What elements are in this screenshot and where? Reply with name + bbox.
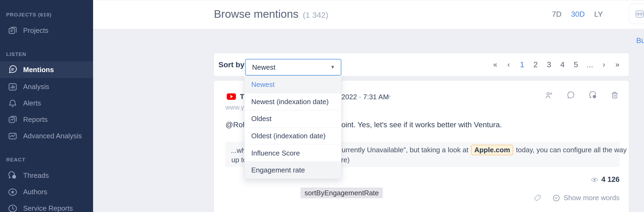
mention-tag-chip[interactable]: sortByEngagementRate — [300, 188, 383, 198]
sidebar-section-listen: LISTEN — [6, 51, 26, 57]
sort-select[interactable]: Newest ▼ — [245, 59, 341, 76]
truncated-top-right-link[interactable]: Bu — [636, 36, 644, 45]
chevron-circle-icon — [552, 194, 560, 202]
sidebar-item-threads[interactable]: Threads — [0, 167, 93, 184]
sort-option-oldest-indexation[interactable]: Oldest (indexation date) — [245, 127, 341, 144]
quote-line1-fragment-left: ...wh — [231, 146, 246, 155]
sidebar-item-advanced-analysis[interactable]: Advanced Analysis — [0, 128, 93, 144]
pagination-page-3[interactable]: 3 — [546, 60, 552, 69]
pagination-page-2[interactable]: 2 — [533, 60, 538, 69]
sidebar-item-label: Projects — [23, 26, 48, 35]
sidebar-section-projects: PROJECTS (610) — [6, 12, 52, 18]
sidebar-item-authors[interactable]: Authors — [0, 184, 93, 200]
mention-footer-actions: Show more words — [533, 194, 620, 202]
service-reports-icon — [7, 203, 18, 212]
pagination-ellipsis: ... — [587, 60, 593, 69]
sidebar-item-alerts[interactable]: Alerts — [0, 95, 93, 111]
tag-icon[interactable] — [533, 194, 542, 202]
authors-icon — [7, 187, 18, 197]
calendar-icon — [634, 8, 644, 20]
sidebar-item-label: Threads — [23, 171, 49, 180]
chevron-down-icon: ▼ — [330, 65, 335, 70]
mentions-count: (1 342) — [303, 10, 328, 20]
mention-date: 2022 · 7:31 AM — [341, 93, 389, 101]
app-window: PROJECTS (610) Projects LISTEN Mentions … — [0, 0, 644, 212]
quote-line1-fragment-right: urrently Unavailable”, but taking a look… — [342, 145, 627, 155]
range-ly-button[interactable]: LY — [594, 10, 603, 19]
sort-option-oldest[interactable]: Oldest — [245, 110, 341, 127]
sort-by-label: Sort by — [218, 61, 244, 69]
sidebar: PROJECTS (610) Projects LISTEN Mentions … — [0, 0, 93, 212]
projects-icon — [7, 25, 18, 36]
sort-option-influence-score[interactable]: Influence Score — [245, 144, 341, 162]
sidebar-item-mentions[interactable]: Mentions — [0, 61, 93, 78]
page-header: Browse mentions (1 342) 7D 30D LY — [93, 0, 644, 29]
sidebar-item-label: Authors — [23, 188, 47, 196]
custom-date-range-button[interactable] — [629, 4, 644, 24]
pagination-page-4[interactable]: 4 — [560, 60, 565, 69]
sidebar-item-service-reports[interactable]: Service Reports — [0, 200, 93, 212]
pagination-prev[interactable]: ‹ — [506, 61, 511, 69]
pagination-page-5[interactable]: 5 — [573, 60, 579, 69]
check-icon — [384, 93, 392, 102]
sort-option-newest-indexation[interactable]: Newest (indexation date) — [245, 93, 341, 110]
mention-actions — [544, 90, 619, 100]
sort-option-engagement-rate[interactable]: Engagement rate — [245, 161, 341, 179]
range-30d-button[interactable]: 30D — [571, 10, 585, 19]
pagination-page-1[interactable]: 1 — [519, 60, 525, 69]
sort-toolbar: Sort by Newest ▼ « ‹ 1 2 3 4 5 ... › » — [214, 53, 629, 76]
sidebar-item-label: Mentions — [23, 66, 54, 74]
eye-icon — [590, 176, 599, 184]
youtube-icon — [227, 93, 236, 100]
show-more-words-label: Show more words — [564, 194, 620, 202]
sort-select-value: Newest — [252, 63, 275, 72]
engage-bubble-icon[interactable] — [566, 91, 575, 100]
threads-icon — [7, 170, 18, 181]
sidebar-section-react: REACT — [6, 157, 25, 163]
sidebar-item-projects[interactable]: Projects — [0, 22, 93, 39]
sidebar-item-label: Service Reports — [23, 204, 73, 212]
mention-body-fragment-left: @Roh — [225, 121, 247, 129]
pagination-last[interactable]: » — [615, 61, 620, 69]
quote-text-post: today, you can configure all the way — [516, 146, 627, 154]
quote-line2-fragment-right: re) — [341, 156, 350, 164]
sidebar-item-analysis[interactable]: Analysis — [0, 79, 93, 95]
sidebar-item-reports[interactable]: Reports — [0, 111, 93, 128]
show-more-words[interactable]: Show more words — [552, 194, 620, 202]
sidebar-item-label: Alerts — [23, 99, 41, 107]
mention-views: 4 126 — [590, 175, 620, 184]
thread-bubble-icon[interactable] — [588, 90, 598, 100]
author-details-icon[interactable] — [544, 91, 554, 100]
sort-option-newest[interactable]: Newest — [245, 76, 341, 93]
advanced-analysis-icon — [7, 131, 18, 142]
views-count: 4 126 — [601, 175, 620, 184]
date-range-group: 7D 30D LY — [552, 10, 603, 19]
delete-icon[interactable] — [610, 91, 619, 100]
highlighted-keyword: Apple.com — [471, 145, 513, 155]
sidebar-item-label: Analysis — [23, 83, 49, 91]
range-7d-button[interactable]: 7D — [552, 10, 562, 19]
reports-icon — [7, 114, 18, 125]
quote-text-pre: urrently Unavailable”, but taking a look… — [342, 146, 468, 154]
analysis-icon — [7, 82, 18, 92]
page-title: Browse mentions — [214, 8, 298, 20]
pagination-first[interactable]: « — [493, 61, 498, 69]
sidebar-item-label: Reports — [23, 115, 48, 124]
page-title-wrap: Browse mentions (1 342) — [214, 8, 328, 20]
sidebar-item-label: Advanced Analysis — [23, 132, 82, 140]
sort-dropdown-menu: Newest Newest (indexation date) Oldest O… — [244, 76, 341, 179]
alerts-icon — [7, 98, 18, 109]
pagination: « ‹ 1 2 3 4 5 ... › » — [493, 53, 620, 76]
mentions-icon — [7, 64, 18, 75]
mention-body-fragment-right: oint. Yes, let's see if it works better … — [341, 121, 502, 129]
pagination-next[interactable]: › — [601, 61, 607, 69]
